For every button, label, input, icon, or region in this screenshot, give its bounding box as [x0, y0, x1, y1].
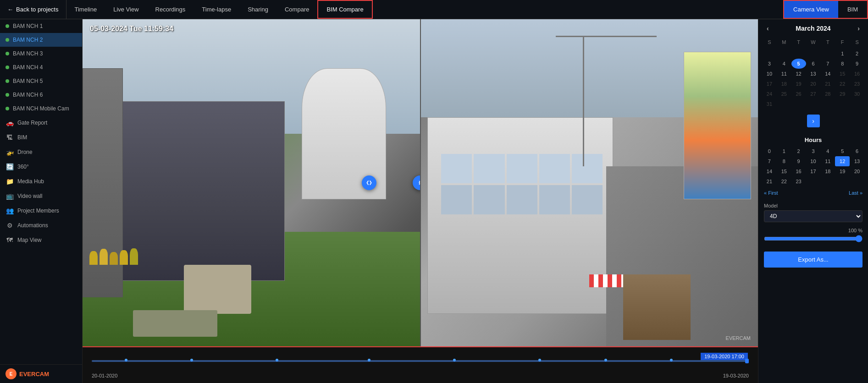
- sidebar: BAM NCH 1 BAM NCH 2 BAM NCH 3 BAM NCH 4 …: [0, 19, 83, 383]
- sidebar-item-label: BAM NCH 3: [13, 50, 43, 57]
- opacity-slider[interactable]: [764, 235, 862, 242]
- back-arrow-icon: ←: [7, 6, 13, 13]
- cal-day-2[interactable]: 2: [850, 49, 864, 59]
- cal-day-9[interactable]: 9: [850, 59, 864, 69]
- hour-0[interactable]: 0: [762, 146, 777, 156]
- cal-day-5-today[interactable]: 5: [791, 59, 806, 69]
- tab-time-lapse[interactable]: Time-lapse: [194, 0, 239, 19]
- sidebar-item-bam-nch-mobile[interactable]: BAM NCH Mobile Cam: [0, 102, 82, 115]
- sidebar-item-bam-nch-6[interactable]: BAM NCH 6: [0, 88, 82, 102]
- export-as-button[interactable]: Export As...: [764, 252, 862, 268]
- camera-view: EVERCAM: [420, 19, 758, 346]
- hour-7[interactable]: 7: [762, 156, 777, 166]
- calendar-prev-button[interactable]: ‹: [764, 24, 772, 33]
- sidebar-item-automations[interactable]: ⚙ Automations: [0, 218, 82, 233]
- timeline-bar[interactable]: [92, 360, 749, 362]
- bim-button[interactable]: BIM: [838, 1, 867, 18]
- cal-day-7[interactable]: 7: [820, 59, 835, 69]
- sidebar-item-bam-nch-4[interactable]: BAM NCH 4: [0, 60, 82, 74]
- hour-23[interactable]: 23: [791, 176, 806, 186]
- sidebar-item-label: BAM NCH 1: [13, 23, 43, 29]
- opacity-section: 100 %: [758, 226, 868, 248]
- hour-8[interactable]: 8: [777, 156, 791, 166]
- hour-13[interactable]: 13: [850, 156, 864, 166]
- split-drag-handle[interactable]: [362, 175, 376, 190]
- sidebar-item-label: Drone: [17, 149, 33, 155]
- cal-day-4[interactable]: 4: [777, 59, 791, 69]
- tab-compare[interactable]: Compare: [276, 0, 317, 19]
- expand-panel-button[interactable]: ›: [807, 115, 820, 127]
- hour-14[interactable]: 14: [762, 166, 777, 176]
- sidebar-item-label: Media Hub: [17, 178, 44, 185]
- last-button[interactable]: Last »: [849, 190, 862, 196]
- calendar-month-year: March 2024: [796, 25, 830, 32]
- cal-day-10[interactable]: 10: [762, 69, 777, 79]
- hour-17[interactable]: 17: [806, 166, 821, 176]
- hour-19[interactable]: 19: [835, 166, 850, 176]
- cal-day-13[interactable]: 13: [806, 69, 821, 79]
- cal-day-11[interactable]: 11: [777, 69, 791, 79]
- timeline-area[interactable]: 19-03-2020 17:00 20-01-2020 19-03-2020: [83, 346, 758, 383]
- main-content: BAM NCH 1 BAM NCH 2 BAM NCH 3 BAM NCH 4 …: [0, 19, 868, 383]
- sidebar-item-bim[interactable]: 🏗 BIM: [0, 130, 82, 145]
- hour-12-selected[interactable]: 12: [835, 156, 850, 166]
- 360-icon: 🔄: [6, 163, 14, 170]
- hour-10[interactable]: 10: [806, 156, 821, 166]
- top-navigation: ← Back to projects Timeline Live View Re…: [0, 0, 868, 19]
- sidebar-item-label: BAM NCH 5: [13, 78, 43, 84]
- hour-6[interactable]: 6: [850, 146, 864, 156]
- hour-22[interactable]: 22: [777, 176, 791, 186]
- sidebar-item-drone[interactable]: 🚁 Drone: [0, 145, 82, 159]
- hour-9[interactable]: 9: [791, 156, 806, 166]
- sidebar-item-video-wall[interactable]: 📺 Video wall: [0, 189, 82, 203]
- timestamp: 05-03-2024 Tue 11:59:34: [90, 25, 173, 33]
- sidebar-item-map-view[interactable]: 🗺 Map View: [0, 233, 82, 247]
- sidebar-item-bam-nch-2[interactable]: BAM NCH 2: [0, 33, 82, 47]
- hour-3[interactable]: 3: [806, 146, 821, 156]
- camera-view-bim-toggle: Camera View BIM: [783, 0, 868, 19]
- hour-21[interactable]: 21: [762, 176, 777, 186]
- sidebar-item-label: 360°: [17, 164, 29, 170]
- logo-circle: E: [6, 368, 17, 379]
- cal-day-3[interactable]: 3: [762, 59, 777, 69]
- tab-recordings[interactable]: Recordings: [147, 0, 194, 19]
- calendar-header: S M T W T F S: [762, 38, 864, 47]
- model-select[interactable]: 4D 3D: [764, 210, 862, 222]
- hour-20[interactable]: 20: [850, 166, 864, 176]
- cal-day-1[interactable]: 1: [835, 49, 850, 59]
- cal-day-6[interactable]: 6: [806, 59, 821, 69]
- sidebar-item-bam-nch-5[interactable]: BAM NCH 5: [0, 74, 82, 88]
- cal-week-4: 17 18 19 20 21 22 23: [762, 79, 864, 89]
- hour-16[interactable]: 16: [791, 166, 806, 176]
- sidebar-item-project-members[interactable]: 👥 Project Members: [0, 203, 82, 218]
- sidebar-item-bam-nch-1[interactable]: BAM NCH 1: [0, 19, 82, 33]
- tab-bim-compare[interactable]: BIM Compare: [317, 0, 372, 19]
- tab-sharing[interactable]: Sharing: [239, 0, 276, 19]
- hours-section: Hours 0 1 2 3 4 5 6 7 8 9 10 11 12 13 14: [758, 133, 868, 186]
- camera-view-button[interactable]: Camera View: [784, 1, 838, 18]
- calendar-next-button[interactable]: ›: [855, 24, 862, 33]
- hour-11[interactable]: 11: [820, 156, 835, 166]
- hour-15[interactable]: 15: [777, 166, 791, 176]
- sidebar-item-gate-report[interactable]: 🚗 Gate Report: [0, 115, 82, 130]
- gate-report-icon: 🚗: [6, 119, 14, 126]
- status-dot: [6, 66, 9, 69]
- back-to-projects-button[interactable]: ← Back to projects: [0, 0, 66, 19]
- first-button[interactable]: « First: [764, 190, 778, 196]
- hour-18[interactable]: 18: [820, 166, 835, 176]
- tab-live-view[interactable]: Live View: [105, 0, 147, 19]
- hour-1[interactable]: 1: [777, 146, 791, 156]
- hour-4[interactable]: 4: [820, 146, 835, 156]
- hour-5[interactable]: 5: [835, 146, 850, 156]
- cal-day-12[interactable]: 12: [791, 69, 806, 79]
- sidebar-item-label: BIM: [17, 134, 27, 141]
- timeline-fill: [92, 360, 747, 362]
- cal-day-8[interactable]: 8: [835, 59, 850, 69]
- status-dot: [6, 79, 9, 83]
- cal-day-14[interactable]: 14: [820, 69, 835, 79]
- tab-timeline[interactable]: Timeline: [66, 0, 105, 19]
- sidebar-item-bam-nch-3[interactable]: BAM NCH 3: [0, 47, 82, 60]
- sidebar-item-360[interactable]: 🔄 360°: [0, 159, 82, 174]
- hour-2[interactable]: 2: [791, 146, 806, 156]
- sidebar-item-media-hub[interactable]: 📁 Media Hub: [0, 174, 82, 189]
